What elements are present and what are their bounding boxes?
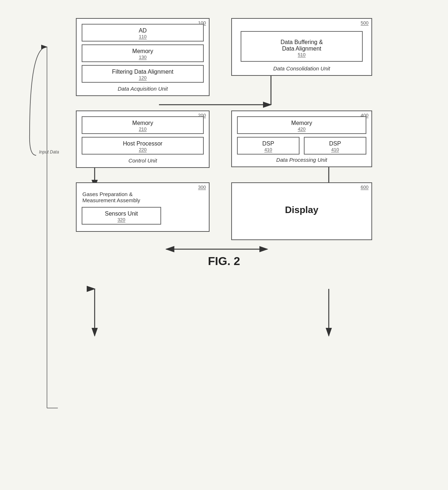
data-consolidation-title: Data Consolidation Unit <box>237 65 366 71</box>
dsp-1: DSP 410 <box>237 137 300 155</box>
diagram-container: Input Data 100 AD 110 <box>25 11 423 240</box>
dsp-row: DSP 410 DSP 410 <box>237 137 366 155</box>
data-acquisition-title: Data Acquisition Unit <box>82 86 204 92</box>
control-unit: 200 Memory 210 Host Processor 220 Contro… <box>76 110 210 168</box>
dsp-2: DSP 410 <box>304 137 366 155</box>
gases-prep-description: Gases Preparation &Measurement Assembly <box>82 191 204 203</box>
data-consolidation-ref: 500 <box>361 20 369 26</box>
cu-memory-component: Memory 210 <box>82 116 204 134</box>
dau-memory-component: Memory 130 <box>82 44 204 62</box>
host-processor-component: Host Processor 220 <box>82 137 204 155</box>
sensors-unit-component: Sensors Unit 320 <box>82 207 161 225</box>
dpu-memory-component: Memory 420 <box>237 116 366 134</box>
display-unit: 600 Display <box>231 182 372 240</box>
figure-caption: FIG. 2 <box>208 255 240 268</box>
control-unit-title: Control Unit <box>82 157 204 164</box>
filtering-component: Filtering Data Alignment 120 <box>82 65 204 83</box>
display-ref: 600 <box>361 185 369 190</box>
ad-component: AD 110 <box>82 24 204 42</box>
data-processing-unit: 400 Memory 420 DSP 410 DSP 410 Data Proc… <box>231 110 372 167</box>
data-buffering-component: Data Buffering &Data Alignment 510 <box>241 31 363 62</box>
display-content: Display <box>237 188 366 231</box>
gases-prep-ref: 300 <box>198 185 206 190</box>
data-processing-title: Data Processing Unit <box>237 157 366 163</box>
data-acquisition-unit: 100 AD 110 Memory 130 Filtering Data Ali… <box>76 18 210 96</box>
gases-prep-unit: 300 Gases Preparation &Measurement Assem… <box>76 182 210 232</box>
data-consolidation-unit: 500 Data Buffering &Data Alignment 510 D… <box>231 18 372 76</box>
